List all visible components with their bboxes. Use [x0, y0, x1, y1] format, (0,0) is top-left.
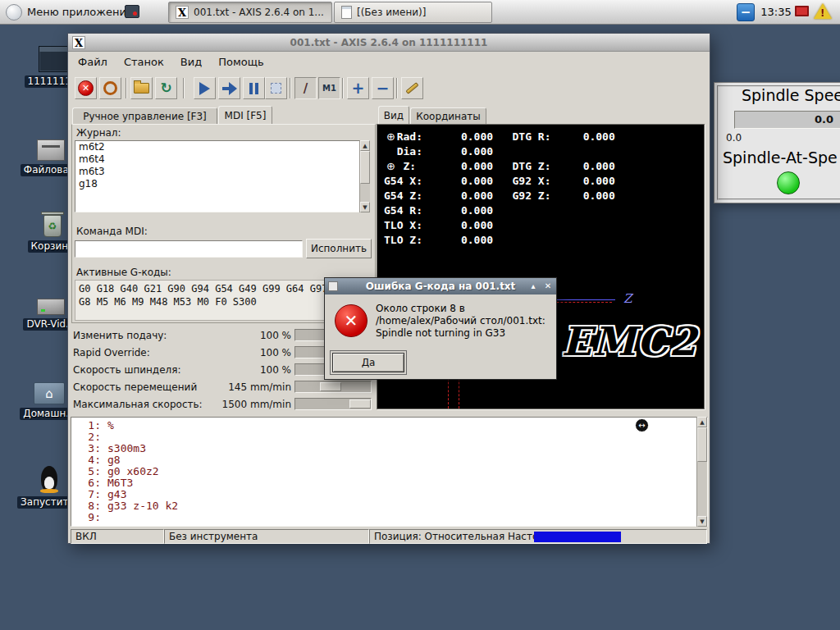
mouse-cursor: ↔ — [635, 418, 649, 432]
drive-icon — [37, 299, 65, 315]
history-item[interactable]: m6t4 — [75, 153, 369, 166]
tool-touchoff-button[interactable] — [401, 77, 423, 99]
dialog-icon — [328, 281, 338, 291]
reload-file-button[interactable]: ↻ — [155, 77, 177, 99]
taskbar: Меню приложений X 001.txt - AXIS 2.6.4 o… — [0, 0, 840, 25]
xfce-menu-icon[interactable] — [6, 4, 22, 21]
optional-stop-toggle[interactable]: M1 — [318, 77, 340, 99]
tab-manual-control[interactable]: Ручное управление [F3] — [72, 107, 217, 124]
gcode-listing[interactable]: 1:% 2: 3:s300m3 4:g8 5:g0 x60z2 6:M6T3 7… — [71, 417, 708, 527]
taskbar-window-untitled-label: [(Без имени)] — [357, 7, 426, 18]
menu-help[interactable]: Помощь — [210, 53, 272, 71]
taskbar-window-untitled[interactable]: [(Без имени)] — [334, 2, 492, 23]
jog-speed-slider[interactable] — [294, 381, 372, 393]
dialog-title: Ошибка G-кода на 001.txt — [366, 281, 516, 292]
scrollbar-thumb[interactable] — [697, 427, 707, 462]
run-from-line-button[interactable] — [218, 77, 240, 99]
menu-view[interactable]: Вид — [172, 53, 210, 71]
code-line: 3:s300m3 — [71, 443, 707, 454]
display-tray-icon[interactable]: − — [737, 3, 755, 21]
close-button[interactable]: ✕ — [541, 280, 555, 293]
dro-readout: Rad: 0.000 DTG R: 0.000 Dia: 0.000 Z: 0.… — [384, 130, 615, 248]
history-scrollbar[interactable]: ▲ ▼ — [359, 140, 370, 212]
pause-icon — [249, 83, 258, 94]
slider-handle[interactable] — [320, 382, 341, 391]
pause-button[interactable] — [243, 77, 265, 99]
toolbar: ✕ ↻ — [68, 71, 710, 104]
home-folder-icon: ⌂ — [34, 382, 65, 404]
scroll-up-button[interactable]: ▲ — [697, 417, 707, 427]
max-velocity-slider[interactable] — [294, 398, 372, 410]
open-folder-icon — [134, 83, 149, 94]
mdi-command-input[interactable] — [75, 240, 303, 258]
skip-lines-toggle[interactable]: / — [294, 77, 317, 99]
reload-icon: ↻ — [160, 81, 171, 95]
tux-icon — [39, 466, 60, 493]
axis-titlebar[interactable]: X 001.txt - AXIS 2.6.4 on 1111111111 — [68, 34, 710, 52]
run-from-line-icon — [222, 82, 237, 95]
spindle-speed-title: Spindle Spee — [742, 86, 840, 104]
stop-button[interactable] — [265, 77, 287, 99]
warning-tray-icon[interactable]: ! — [814, 3, 832, 19]
spindle-panel-window: Spindle Spee 0.0 0.0 Spindle-At-Spe — [714, 82, 840, 203]
status-machine-state: ВКЛ — [71, 529, 164, 544]
zoom-out-icon: − — [377, 80, 390, 96]
tab-mdi[interactable]: MDI [F5] — [218, 106, 272, 124]
status-tool-info: Без инструмента — [164, 529, 369, 544]
tab-preview[interactable]: Вид — [378, 106, 409, 124]
gcode-scrollbar[interactable]: ▲ ▼ — [696, 417, 707, 527]
mdi-history-list[interactable]: m6t2 m6t4 m6t3 g18 — [75, 140, 370, 212]
zoom-out-button[interactable]: − — [372, 77, 394, 99]
max-velocity-row: Максимальная скорость: 1500 mm/min — [70, 396, 377, 413]
history-item[interactable]: g18 — [75, 178, 369, 190]
scroll-up-button[interactable]: ▲ — [360, 140, 370, 151]
skip-lines-icon: / — [304, 81, 308, 96]
open-file-button[interactable] — [130, 77, 153, 99]
stop-icon — [271, 83, 281, 94]
clock: 13:35 — [759, 0, 793, 25]
desktop: Меню приложений X 001.txt - AXIS 2.6.4 o… — [0, 0, 840, 630]
z-axis-icon: ⊕ — [386, 160, 395, 172]
code-line: 1:% — [71, 420, 707, 431]
scroll-down-button[interactable]: ▼ — [697, 516, 707, 527]
spindle-at-speed-label: Spindle-At-Spe — [723, 148, 838, 167]
app-window-icon — [39, 46, 70, 72]
slider-handle[interactable] — [349, 399, 371, 409]
scroll-down-button[interactable]: ▼ — [360, 202, 370, 212]
ok-button[interactable]: Да — [332, 353, 404, 372]
code-line: 5:g0 x60z2 — [71, 466, 707, 477]
zoom-in-button[interactable]: + — [347, 77, 369, 99]
menu-file[interactable]: Файл — [70, 53, 116, 71]
history-item[interactable]: m6t3 — [75, 166, 369, 178]
ok-button-frame: Да — [330, 350, 407, 375]
network-error-tray-icon[interactable] — [795, 6, 809, 16]
taskbar-window-axis-label: 001.txt - AXIS 2.6.4 on 1... — [194, 7, 324, 18]
toolbar-separator — [183, 78, 185, 98]
radius-axis-icon: ⊕ — [386, 130, 395, 143]
scrollbar-thumb[interactable] — [360, 151, 370, 184]
x11-icon: X — [176, 6, 189, 19]
execute-button[interactable]: Исполнить — [306, 239, 372, 258]
machine-power-button[interactable] — [99, 77, 121, 99]
shade-button[interactable]: ▴ — [527, 280, 540, 293]
estop-icon: ✕ — [78, 80, 94, 96]
screenshot-app-icon[interactable] — [125, 5, 139, 18]
code-line: 6:M6T3 — [71, 477, 707, 489]
mdi-command-label: Команда MDI: — [76, 226, 148, 237]
menu-machine[interactable]: Станок — [116, 53, 172, 71]
history-item[interactable]: m6t2 — [75, 141, 369, 153]
code-line: 2: — [71, 431, 707, 443]
selection-highlight — [534, 532, 621, 542]
tab-dro[interactable]: Координаты — [410, 107, 486, 124]
emc2-logo: EMC2 — [562, 318, 697, 364]
applications-menu[interactable]: Меню приложений — [27, 0, 133, 25]
x11-icon: X — [72, 36, 85, 49]
error-message: Около строки 8 в /home/alex/Рабочий стол… — [376, 303, 553, 340]
run-program-button[interactable] — [194, 77, 216, 99]
status-position-info: Позиция: Относительная Насто — [369, 529, 707, 544]
taskbar-window-axis[interactable]: X 001.txt - AXIS 2.6.4 on 1... — [168, 2, 332, 23]
estop-button[interactable]: ✕ — [75, 77, 97, 99]
wrench-icon — [405, 82, 418, 94]
code-line: 8:g33 z-10 k2 — [71, 500, 707, 512]
dialog-titlebar[interactable]: Ошибка G-кода на 001.txt ▴ ✕ — [325, 278, 556, 294]
